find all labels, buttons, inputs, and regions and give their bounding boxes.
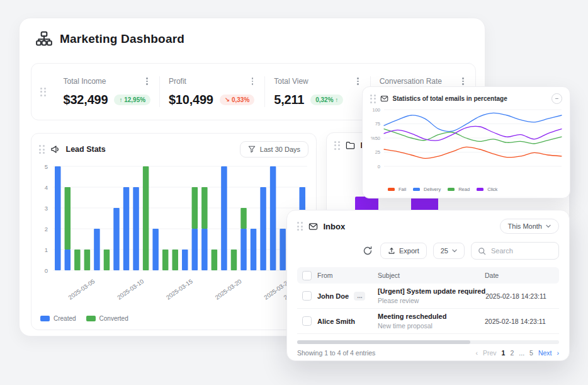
drag-handle-icon[interactable] bbox=[39, 145, 45, 154]
kebab-menu-icon[interactable] bbox=[145, 76, 149, 86]
legend-item: Read bbox=[448, 187, 470, 192]
dashboard-page: Marketing Dashboard Total Income $32,499… bbox=[0, 0, 588, 385]
sender-name: John Doe bbox=[317, 292, 349, 300]
legend-swatch bbox=[448, 188, 455, 192]
filter-icon bbox=[248, 146, 256, 153]
export-icon bbox=[388, 247, 395, 255]
legend-swatch bbox=[86, 316, 96, 321]
stat-label: Conversation Rate bbox=[380, 77, 442, 86]
stat-label: Total Income bbox=[64, 77, 106, 86]
svg-text:2025-03-20: 2025-03-20 bbox=[213, 278, 242, 301]
legend-item: Click bbox=[477, 187, 497, 192]
select-all-checkbox[interactable] bbox=[302, 271, 312, 280]
trend-badge: 0,32% ↑ bbox=[310, 95, 343, 105]
entries-summary: Showing 1 to 4 of 4 entries bbox=[297, 349, 375, 357]
legend-item: Converted bbox=[86, 315, 128, 322]
search-box bbox=[471, 242, 559, 260]
legend-label: Click bbox=[487, 187, 497, 192]
legend-swatch bbox=[40, 316, 50, 321]
drag-handle-icon[interactable] bbox=[370, 95, 376, 103]
email-stats-line-chart: 0255075100% bbox=[365, 106, 568, 176]
email-stats-card: Statistics of total emails in percentage… bbox=[362, 86, 570, 198]
svg-text:2025-03-15: 2025-03-15 bbox=[165, 278, 194, 301]
envelope-icon bbox=[308, 222, 318, 231]
export-label: Export bbox=[399, 247, 419, 255]
inbox-header: Inbox This Month bbox=[297, 219, 559, 234]
row-checkbox[interactable] bbox=[302, 291, 312, 301]
legend-label: Converted bbox=[99, 315, 128, 322]
horizontal-scrollbar[interactable] bbox=[297, 340, 559, 344]
drag-handle-icon[interactable] bbox=[40, 88, 46, 96]
search-icon bbox=[478, 247, 486, 255]
trend-badge: ↑ 12,95% bbox=[114, 95, 150, 105]
export-button[interactable]: Export bbox=[380, 243, 427, 259]
period-dropdown[interactable]: This Month bbox=[500, 219, 559, 234]
next-button[interactable]: Next bbox=[538, 349, 552, 357]
svg-text:4: 4 bbox=[45, 184, 48, 191]
svg-text:5: 5 bbox=[45, 163, 48, 170]
legend-label: Delivery bbox=[424, 187, 441, 192]
stat-value: $32,499 bbox=[64, 93, 108, 107]
page-ellipsis: ... bbox=[519, 349, 524, 357]
page-button-1[interactable]: 1 bbox=[502, 349, 506, 357]
page-size-dropdown[interactable]: 25 bbox=[433, 243, 465, 259]
envelope-icon bbox=[380, 95, 388, 103]
speaker-icon bbox=[50, 144, 60, 154]
lead-chart-legend: CreatedConverted bbox=[40, 315, 128, 322]
page-button-5[interactable]: 5 bbox=[529, 349, 533, 357]
legend-label: Created bbox=[54, 315, 76, 322]
table-row[interactable]: Alice Smith Meeting rescheduled New time… bbox=[297, 309, 559, 334]
trend-badge: ↘ 0,33% bbox=[220, 95, 255, 105]
stat-label: Total View bbox=[274, 77, 308, 86]
kebab-menu-icon[interactable] bbox=[251, 76, 255, 86]
refresh-button[interactable] bbox=[361, 244, 374, 257]
next-chevron-icon[interactable]: › bbox=[557, 349, 560, 357]
prev-chevron-icon[interactable]: ‹ bbox=[476, 349, 478, 357]
stat-value: 5,211 bbox=[274, 93, 304, 107]
prev-button[interactable]: Prev bbox=[483, 349, 497, 357]
row-checkbox[interactable] bbox=[302, 316, 312, 326]
kebab-menu-icon[interactable] bbox=[461, 76, 465, 86]
svg-text:%: % bbox=[371, 135, 375, 141]
drag-handle-icon[interactable] bbox=[297, 222, 303, 231]
page-header: Marketing Dashboard bbox=[36, 31, 184, 47]
sitemap-icon bbox=[36, 31, 52, 47]
table-header-row: From Subject Date bbox=[297, 267, 559, 284]
lead-stats-bar-chart: 0123452025-03-052025-03-102025-03-152025… bbox=[35, 161, 312, 306]
svg-text:25: 25 bbox=[375, 149, 380, 155]
table-row[interactable]: John Doe ... [Urgent] System update requ… bbox=[297, 284, 559, 309]
period-label: This Month bbox=[508, 222, 542, 230]
stat-card-total-income: Total Income $32,499 ↑ 12,95% bbox=[55, 76, 159, 107]
kebab-menu-icon[interactable] bbox=[356, 76, 360, 86]
lead-stats-card: Lead Stats Last 30 Days 0123452025-03-05… bbox=[31, 133, 317, 330]
svg-text:0: 0 bbox=[45, 267, 48, 274]
stat-card-profit: Profit $10,499 ↘ 0,33% bbox=[159, 76, 264, 107]
filter-label: Last 30 Days bbox=[260, 146, 300, 153]
date-range-filter-button[interactable]: Last 30 Days bbox=[240, 141, 308, 158]
email-subject: [Urgent] System update required bbox=[378, 287, 485, 295]
inbox-footer: Showing 1 to 4 of 4 entries ‹ Prev 1 2 .… bbox=[297, 349, 559, 357]
legend-label: Read bbox=[458, 187, 470, 192]
inbox-title: Inbox bbox=[324, 222, 346, 231]
row-more-badge[interactable]: ... bbox=[354, 292, 365, 301]
inbox-toolbar: Export 25 bbox=[297, 242, 559, 260]
svg-text:50: 50 bbox=[375, 135, 380, 141]
search-input[interactable] bbox=[490, 246, 552, 255]
pagination: ‹ Prev 1 2 ... 5 Next › bbox=[476, 349, 559, 357]
svg-text:2025-03-10: 2025-03-10 bbox=[116, 278, 145, 301]
email-stats-title: Statistics of total emails in percentage bbox=[393, 95, 507, 102]
legend-swatch bbox=[388, 188, 395, 192]
collapse-icon[interactable] bbox=[551, 93, 562, 104]
legend-item: Delivery bbox=[413, 187, 441, 192]
table-body: John Doe ... [Urgent] System update requ… bbox=[297, 284, 559, 334]
column-header-subject: Subject bbox=[378, 272, 485, 279]
svg-text:0: 0 bbox=[378, 164, 380, 170]
page-size-value: 25 bbox=[441, 247, 448, 255]
email-date: 2025-02-18 14:23:11 bbox=[485, 318, 559, 325]
email-subject: Meeting rescheduled bbox=[378, 313, 485, 320]
scrollbar-thumb[interactable] bbox=[297, 340, 470, 344]
email-preview: Please review bbox=[378, 297, 485, 304]
legend-swatch bbox=[477, 188, 483, 192]
page-button-2[interactable]: 2 bbox=[510, 349, 514, 357]
legend-item: Created bbox=[40, 315, 76, 322]
